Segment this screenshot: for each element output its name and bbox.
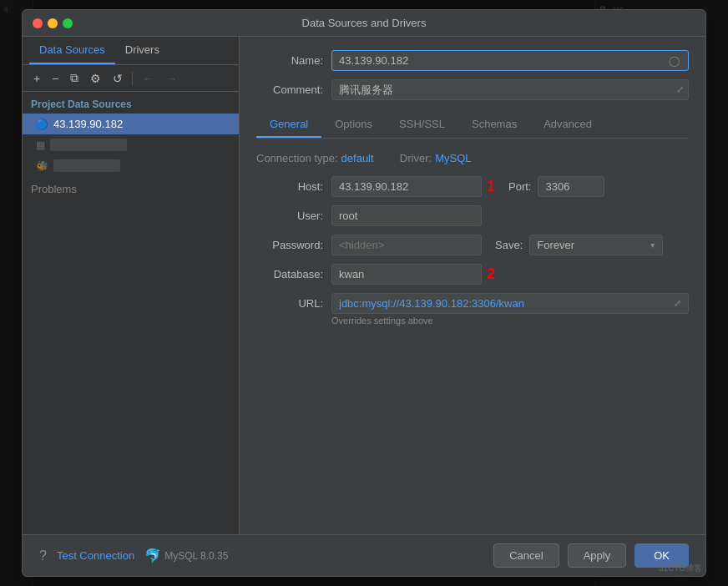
left-panel-tabs: Data Sources Drivers xyxy=(23,37,239,65)
url-input[interactable] xyxy=(339,297,674,310)
connection-info-row: Connection type: default Driver: MySQL xyxy=(256,152,689,164)
comment-input-wrapper: ⤢ xyxy=(331,79,689,100)
refresh-button[interactable]: ↺ xyxy=(109,69,127,88)
project-data-sources-label: Project Data Sources xyxy=(23,92,239,114)
left-panel: Data Sources Drivers + − ⧉ ⚙ ↺ ← → Proje… xyxy=(23,37,240,534)
tab-options[interactable]: Options xyxy=(321,112,386,138)
settings-button[interactable]: ⚙ xyxy=(86,69,105,88)
watermark: 51CTO博客 xyxy=(659,563,702,574)
tree-item-main-db[interactable]: 🔵 43.139.90.182 xyxy=(23,114,239,134)
url-row: URL: ⤢ Overrides settings above xyxy=(256,293,689,326)
title-bar: Data Sources and Drivers xyxy=(23,10,705,37)
tree-item-label-hive: hive-████ xyxy=(53,159,120,172)
mysql-badge: 🐬 MySQL 8.0.35 xyxy=(144,548,228,563)
user-input[interactable] xyxy=(331,205,482,226)
host-label: Host: xyxy=(256,180,331,193)
url-label: URL: xyxy=(256,297,331,310)
left-panel-toolbar: + − ⧉ ⚙ ↺ ← → xyxy=(23,65,239,92)
user-label: User: xyxy=(256,210,331,222)
table-icon: ▦ xyxy=(36,139,45,151)
comment-row: Comment: ⤢ xyxy=(256,79,689,100)
problems-section: Problems xyxy=(23,176,239,202)
tab-schemas[interactable]: Schemas xyxy=(458,112,530,138)
hive-icon: 🐝 xyxy=(36,160,48,172)
comment-expand-icon[interactable]: ⤢ xyxy=(676,84,684,95)
password-label: Password: xyxy=(256,239,331,251)
database-label: Database: xyxy=(256,268,331,280)
save-select[interactable]: Forever Until restart Never xyxy=(529,235,663,255)
db-icon: 🔵 xyxy=(36,119,48,130)
comment-input[interactable] xyxy=(331,79,689,100)
mysql-version: MySQL 8.0.35 xyxy=(164,550,228,562)
minimize-button[interactable] xyxy=(48,18,58,28)
url-note: Overrides settings above xyxy=(331,316,433,326)
badge-2: 2 xyxy=(487,265,495,283)
dialog-body: Data Sources Drivers + − ⧉ ⚙ ↺ ← → Proje… xyxy=(23,37,705,534)
nav-back-button[interactable]: ← xyxy=(138,69,158,88)
data-sources-dialog: Data Sources and Drivers Data Sources Dr… xyxy=(22,9,706,577)
port-input[interactable] xyxy=(538,176,604,197)
right-panel: Name: ◯ Comment: ⤢ General xyxy=(240,37,705,534)
tree-item-hive[interactable]: 🐝 hive-████ xyxy=(23,155,239,176)
name-input[interactable] xyxy=(339,54,664,67)
save-label: Save: xyxy=(495,239,523,251)
database-input[interactable] xyxy=(331,264,482,285)
url-input-wrapper: ⤢ xyxy=(331,293,689,314)
add-datasource-button[interactable]: + xyxy=(29,69,44,88)
tree-item-label-main: 43.139.90.182 xyxy=(53,118,123,130)
password-row: Password: Save: Forever Until restart Ne… xyxy=(256,235,689,255)
cancel-button[interactable]: Cancel xyxy=(493,543,559,568)
name-label: Name: xyxy=(256,54,331,67)
tab-drivers[interactable]: Drivers xyxy=(115,37,169,64)
help-icon[interactable]: ? xyxy=(39,548,47,563)
port-label: Port: xyxy=(508,180,531,193)
badge-1: 1 xyxy=(487,178,495,195)
host-port-row: Host: 1 Port: xyxy=(256,176,689,197)
connection-type-label: Connection type: xyxy=(256,152,338,164)
remove-datasource-button[interactable]: − xyxy=(48,69,63,88)
name-input-wrapper: ◯ xyxy=(331,50,689,71)
user-row: User: xyxy=(256,205,689,226)
host-input[interactable] xyxy=(331,176,482,197)
dialog-footer: ? Test Connection 🐬 MySQL 8.0.35 Cancel … xyxy=(23,534,705,576)
driver-separator xyxy=(384,152,390,164)
footer-left: ? Test Connection 🐬 MySQL 8.0.35 xyxy=(39,548,228,563)
dialog-overlay: Data Sources and Drivers Data Sources Dr… xyxy=(0,0,728,586)
tab-ssh-ssl[interactable]: SSH/SSL xyxy=(386,112,458,138)
name-row: Name: ◯ xyxy=(256,50,689,71)
problems-label: Problems xyxy=(31,183,77,195)
copy-datasource-button[interactable]: ⧉ xyxy=(66,68,83,88)
tree-item-label-blurred-1: ██████████ xyxy=(50,139,127,151)
tab-advanced[interactable]: Advanced xyxy=(530,112,605,138)
tab-bar: General Options SSH/SSL Schemas Advanced xyxy=(256,112,689,139)
comment-label: Comment: xyxy=(256,83,331,96)
test-connection-button[interactable]: Test Connection xyxy=(57,549,134,562)
password-input[interactable] xyxy=(331,235,482,255)
connection-type-value[interactable]: default xyxy=(341,152,374,164)
mysql-icon: 🐬 xyxy=(144,548,161,563)
dialog-title: Data Sources and Drivers xyxy=(302,17,427,29)
url-expand-button[interactable]: ⤢ xyxy=(674,298,681,309)
close-button[interactable] xyxy=(33,18,43,28)
save-select-wrapper: Forever Until restart Never xyxy=(529,235,663,255)
traffic-lights xyxy=(33,18,73,28)
driver-label: Driver: xyxy=(400,152,432,164)
apply-button[interactable]: Apply xyxy=(568,543,627,568)
driver-value[interactable]: MySQL xyxy=(435,152,471,164)
tab-general[interactable]: General xyxy=(256,112,321,138)
toolbar-separator xyxy=(132,72,133,85)
tree-item-blurred-1[interactable]: ▦ ██████████ xyxy=(23,134,239,155)
name-expand-button[interactable]: ◯ xyxy=(667,55,681,67)
maximize-button[interactable] xyxy=(63,18,73,28)
nav-forward-button[interactable]: → xyxy=(161,69,181,88)
database-row: Database: 2 xyxy=(256,264,689,285)
tab-data-sources[interactable]: Data Sources xyxy=(29,37,115,64)
